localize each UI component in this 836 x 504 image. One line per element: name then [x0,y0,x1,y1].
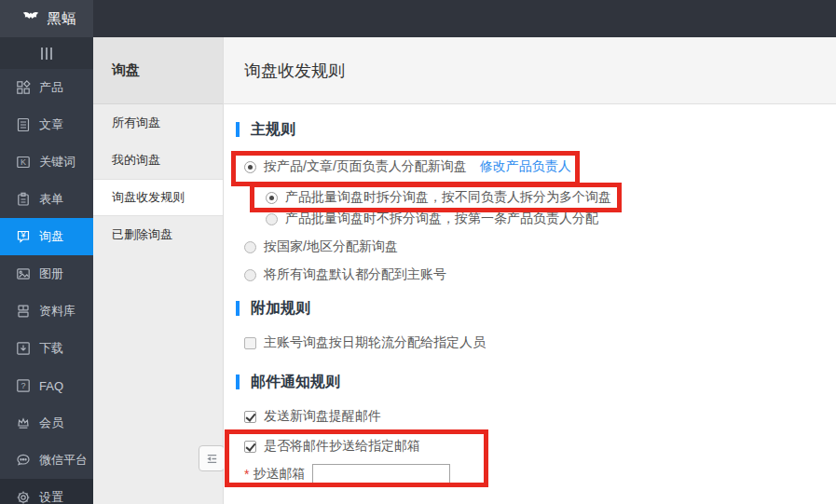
sidebar-collapse-button[interactable] [0,37,93,69]
sidebar-item-label: 图册 [39,266,63,282]
svg-text:?: ? [21,381,25,390]
sidebar-item-downloads[interactable]: 下载 [0,330,93,367]
download-icon [16,341,31,356]
modify-product-owner-link[interactable]: 修改产品负责人 [480,158,571,175]
sidebar-item-label: 微信平台 [39,452,88,469]
subsidebar-item-all-inquiries[interactable]: 所有询盘 [93,104,223,142]
sidebar-item-label: 资料库 [39,303,75,320]
sidebar-item-products[interactable]: 产品 [0,69,93,106]
rule-cc-email: 是否将邮件抄送给指定邮箱 [244,437,836,456]
sidebar-item-settings[interactable]: 设置 [0,479,93,504]
gallery-icon [16,266,31,281]
inquiry-bubble-icon: ¥ [16,229,31,244]
cc-email-field-row: * 抄送邮箱 [244,463,836,485]
sidebar-item-forms[interactable]: 表单 [0,181,93,218]
sidebar-item-faq[interactable]: ? FAQ [0,367,93,404]
sidebar-item-label: FAQ [39,379,63,393]
gear-icon [16,490,31,504]
bat-icon [17,10,45,28]
sidebar-item-label: 会员 [39,415,63,431]
rule-option-split-batch: 产品批量询盘时拆分询盘，按不同负责人拆分为多个询盘 [266,188,836,207]
subsidebar-item-my-inquiries[interactable]: 我的询盘 [93,142,223,179]
page-title: 询盘收发规则 [224,37,836,104]
section-title-text: 邮件通知规则 [251,373,340,392]
sidebar-item-label: 表单 [39,191,63,208]
rule-option-no-split-batch: 产品批量询盘时不拆分询盘，按第一条产品负责人分配 [266,210,836,228]
option-label: 按国家/地区分配新询盘 [264,238,398,255]
option-label: 产品批量询盘时不拆分询盘，按第一条产品负责人分配 [285,211,598,227]
sidebar-item-wechat[interactable]: 微信平台 [0,442,93,479]
radio-split-batch[interactable] [266,192,278,204]
sidebar-item-label: 询盘 [39,228,63,245]
article-icon [16,117,31,132]
option-label: 主账号询盘按日期轮流分配给指定人员 [264,334,486,351]
secondary-sidebar-title: 询盘 [93,37,223,104]
cc-email-input[interactable] [312,464,450,484]
section-accent-bar [236,375,240,389]
radio-by-country[interactable] [244,241,256,253]
sidebar-item-keywords[interactable]: K 关键词 [0,143,93,181]
section-email-rules: 邮件通知规则 [236,373,836,391]
rule-option-to-main-account: 将所有询盘默认都分配到主账号 [244,266,836,284]
section-accent-bar [236,301,240,316]
sidebar-item-library[interactable]: 资料库 [0,293,93,330]
question-icon: ? [16,378,31,393]
required-asterisk: * [244,467,249,482]
option-label: 是否将邮件抄送给指定邮箱 [264,438,420,455]
collapse-panel-icon [205,452,219,466]
rules-content: 主规则 按产品/文章/页面负责人分配新询盘 修改产品负责人 产品批量询盘时拆分询… [224,120,836,485]
vertical-bars-icon [41,48,52,60]
section-title-text: 附加规则 [251,299,310,319]
sidebar-item-label: 下载 [39,340,63,357]
section-accent-bar [236,122,240,137]
sidebar-item-members[interactable]: 会员 [0,404,93,442]
checkbox-rotate-assign[interactable] [244,337,256,349]
app-window: 黑蝠 产品 文章 K 关键词 表单 ¥ 询盘 图册 [0,0,836,504]
secondary-sidebar: 询盘 所有询盘 我的询盘 询盘收发规则 已删除询盘 [93,37,224,504]
section-title-text: 主规则 [251,120,295,140]
section-main-rules: 主规则 [236,120,836,139]
radio-no-split-batch[interactable] [266,213,278,225]
sidebar-item-label: 产品 [39,79,63,96]
primary-sidebar: 产品 文章 K 关键词 表单 ¥ 询盘 图册 资料库 下载 [0,37,93,504]
grid-icon [16,80,31,95]
library-icon [16,304,31,319]
topbar: 黑蝠 [0,0,836,37]
cc-email-label: 抄送邮箱 [253,466,305,483]
keyword-k-icon: K [16,155,31,170]
subsidebar-item-inquiry-rules[interactable]: 询盘收发规则 [93,179,223,216]
svg-text:K: K [21,157,26,167]
rule-rotate-assign: 主账号询盘按日期轮流分配给指定人员 [244,334,836,352]
crown-icon [16,415,31,430]
checkbox-send-reminder-email[interactable] [244,411,256,423]
sidebar-item-inquiries[interactable]: ¥ 询盘 [0,218,93,255]
sidebar-item-label: 关键词 [39,154,75,170]
brand-name: 黑蝠 [48,10,77,28]
section-additional-rules: 附加规则 [236,299,836,318]
radio-to-main-account[interactable] [244,269,256,281]
sidebar-item-gallery[interactable]: 图册 [0,255,93,293]
option-label: 按产品/文章/页面负责人分配新询盘 [264,158,467,175]
wechat-icon [16,453,31,468]
rule-send-reminder-email: 发送新询盘提醒邮件 [244,407,836,426]
option-label: 将所有询盘默认都分配到主账号 [264,266,446,283]
form-icon [16,192,31,207]
option-label: 发送新询盘提醒邮件 [264,408,381,425]
rule-option-by-country: 按国家/地区分配新询盘 [244,238,836,256]
sidebar-item-label: 设置 [39,489,63,504]
rule-option-by-owner: 按产品/文章/页面负责人分配新询盘 修改产品负责人 [244,157,836,176]
brand-logo[interactable]: 黑蝠 [0,0,93,37]
sidebar-item-label: 文章 [39,116,63,133]
option-label: 产品批量询盘时拆分询盘，按不同负责人拆分为多个询盘 [285,189,611,206]
main-panel: 询盘收发规则 主规则 按产品/文章/页面负责人分配新询盘 修改产品负责人 产品批… [224,37,836,504]
checkbox-cc-email[interactable] [244,441,256,453]
sidebar-item-articles[interactable]: 文章 [0,106,93,143]
collapse-panel-button[interactable] [199,445,225,471]
svg-text:¥: ¥ [20,230,26,239]
subsidebar-item-deleted-inquiries[interactable]: 已删除询盘 [93,216,223,253]
radio-by-owner[interactable] [244,161,256,173]
